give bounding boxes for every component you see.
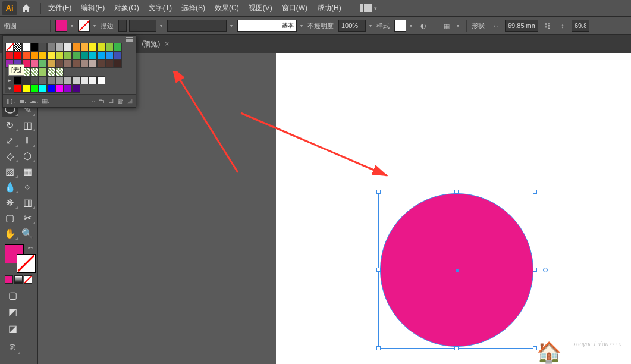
swatch[interactable]	[47, 68, 55, 76]
swatch[interactable]	[80, 51, 89, 59]
new-color-group-icon[interactable]: ▫	[92, 98, 95, 105]
resize-handle[interactable]	[454, 346, 459, 350]
swatch[interactable]	[47, 59, 55, 68]
resize-handle[interactable]	[533, 268, 537, 272]
new-swatch-icon[interactable]: ⊞	[108, 97, 114, 105]
swatch[interactable]	[22, 76, 30, 84]
swatch[interactable]	[30, 68, 39, 76]
color-mode-icon[interactable]	[5, 275, 13, 284]
swatch[interactable]	[55, 51, 64, 59]
graphic-style-swatch[interactable]	[394, 20, 406, 32]
swatch[interactable]	[39, 51, 47, 59]
chevron-down-icon[interactable]: ▾	[71, 23, 73, 29]
swatch[interactable]	[105, 59, 114, 68]
swatch[interactable]	[80, 43, 89, 51]
gradient-mode-icon[interactable]	[14, 275, 23, 284]
swatch[interactable]	[30, 43, 39, 51]
swatch[interactable]	[55, 68, 64, 76]
resize-handle[interactable]	[454, 190, 459, 194]
width-tool[interactable]: ⫴	[20, 133, 36, 148]
swatch-group-toggle[interactable]: ▾	[5, 84, 14, 93]
swatch-group-toggle[interactable]: ▸	[5, 76, 14, 84]
chevron-down-icon[interactable]: ▾	[410, 23, 412, 29]
resize-handle[interactable]	[376, 346, 381, 350]
zoom-tool[interactable]: 🔍	[20, 226, 36, 240]
chevron-down-icon[interactable]: ▾	[160, 23, 162, 29]
menu-help[interactable]: 帮助(H)	[312, 3, 346, 13]
swatch[interactable]	[39, 43, 47, 51]
resize-handle[interactable]	[376, 268, 381, 272]
chevron-down-icon[interactable]: ▾	[93, 23, 96, 29]
swatch[interactable]	[30, 59, 39, 68]
swatch[interactable]	[89, 59, 97, 68]
swatch[interactable]	[22, 84, 30, 93]
swatch-options-icon[interactable]: ▦.	[42, 97, 49, 105]
brush-select[interactable]: 基本	[237, 20, 297, 32]
draw-inside-icon[interactable]: ◪	[4, 321, 21, 335]
swatch[interactable]	[89, 43, 97, 51]
swatch[interactable]	[39, 84, 47, 93]
swatch[interactable]	[64, 76, 72, 84]
stroke-weight-input[interactable]	[129, 20, 156, 32]
swatch[interactable]	[14, 51, 22, 59]
symbol-tool[interactable]: ❋	[2, 195, 18, 209]
selection-bounding-box[interactable]	[378, 192, 535, 349]
fill-color-swatch[interactable]	[55, 20, 67, 32]
free-transform-tool[interactable]: ◇	[2, 149, 18, 163]
home-icon[interactable]	[19, 1, 33, 15]
show-swatch-kinds-icon[interactable]: ≣.	[19, 97, 26, 105]
swatch[interactable]	[55, 84, 64, 93]
swatch[interactable]	[80, 59, 89, 68]
new-folder-icon[interactable]: 🗀	[98, 98, 105, 105]
swatch[interactable]	[97, 76, 105, 84]
height-input[interactable]	[572, 20, 589, 32]
swatch[interactable]	[72, 59, 80, 68]
fill-stroke-indicator[interactable]: ⤺	[1, 244, 36, 273]
chevron-down-icon[interactable]: ▾	[369, 23, 372, 29]
swatch[interactable]	[30, 76, 39, 84]
swatch[interactable]	[89, 51, 97, 59]
swatch[interactable]	[30, 84, 39, 93]
opacity-input[interactable]	[338, 20, 366, 32]
swatch[interactable]	[114, 51, 122, 59]
swatch[interactable]	[39, 68, 47, 76]
close-icon[interactable]: ×	[165, 40, 169, 48]
menu-effect[interactable]: 效果(C)	[210, 3, 244, 13]
blend-tool[interactable]: ⟐	[20, 180, 36, 194]
swatch[interactable]	[47, 84, 55, 93]
swap-fill-stroke-icon[interactable]: ⤺	[28, 244, 33, 251]
eraser-tool[interactable]: ◫	[20, 118, 36, 132]
delete-swatch-icon[interactable]: 🗑	[117, 98, 124, 105]
swatch-options-icon[interactable]: ☁.	[30, 97, 38, 105]
swatch[interactable]	[64, 59, 72, 68]
menu-window[interactable]: 窗口(W)	[277, 3, 312, 13]
scale-tool[interactable]: ⤢	[2, 133, 18, 148]
graph-tool[interactable]: ▥	[20, 195, 36, 209]
draw-normal-icon[interactable]: ▢	[4, 288, 21, 302]
draw-behind-icon[interactable]: ◩	[4, 305, 21, 319]
swatch[interactable]	[114, 43, 122, 51]
swatch[interactable]	[39, 76, 47, 84]
swatch[interactable]	[22, 51, 30, 59]
swatch-libraries-icon[interactable]: ⫿⫿.	[7, 98, 15, 105]
resize-handle[interactable]	[533, 190, 537, 194]
perspective-tool[interactable]: ▨	[2, 164, 18, 178]
swatch[interactable]	[64, 51, 72, 59]
swatch[interactable]	[89, 76, 97, 84]
swatch[interactable]	[47, 76, 55, 84]
swatch[interactable]	[72, 43, 80, 51]
align-icon[interactable]: ▦	[440, 19, 453, 32]
chevron-down-icon[interactable]: ▾	[230, 23, 233, 29]
swatch[interactable]	[5, 51, 14, 59]
menu-object[interactable]: 对象(O)	[109, 3, 143, 13]
recolor-icon[interactable]: ◐	[417, 19, 430, 32]
swatch[interactable]	[80, 76, 89, 84]
screen-mode-icon[interactable]: ⎚	[4, 340, 21, 354]
swatch[interactable]	[47, 43, 55, 51]
swatch[interactable]	[72, 51, 80, 59]
menu-file[interactable]: 文件(F)	[43, 3, 76, 13]
menu-view[interactable]: 视图(V)	[244, 3, 277, 13]
stroke-caret[interactable]	[118, 20, 127, 32]
shape-builder-tool[interactable]: ⬡	[20, 149, 36, 163]
swatch[interactable]	[30, 51, 39, 59]
